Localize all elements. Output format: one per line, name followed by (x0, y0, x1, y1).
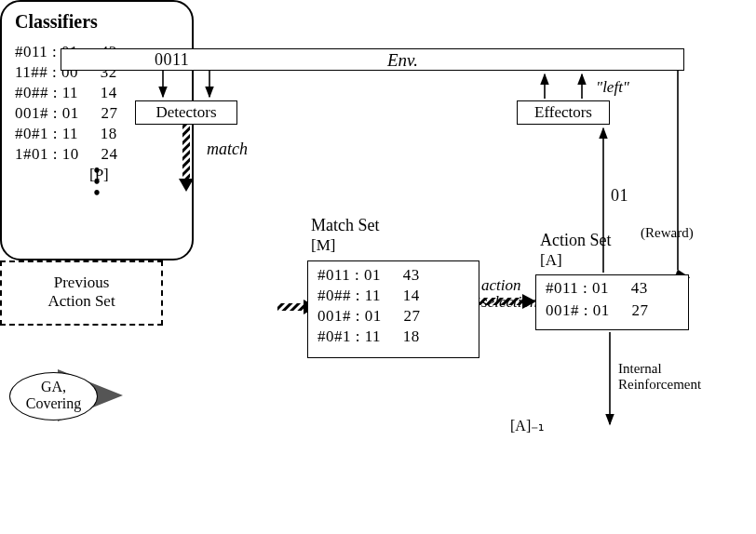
effectors-label: Effectors (534, 103, 592, 121)
detectors-box: Detectors (135, 100, 237, 125)
action-selection-label: action selection (481, 277, 537, 311)
a-label: [A] (540, 251, 562, 270)
match-set-title: Match Set (311, 216, 380, 235)
internal-reinforcement-label: Internal Reinforcement (618, 361, 701, 393)
p-label: [P] (89, 166, 109, 184)
ga-label: GA, Covering (26, 379, 82, 411)
match-set-row: #0#1 : 11 18 (308, 327, 479, 347)
action-set-row: 001# : 01 27 (536, 300, 688, 322)
action-set-panel: #011 : 01 43001# : 01 27 (535, 274, 689, 330)
ga-covering-oval: GA, Covering (9, 372, 98, 421)
detectors-label: Detectors (155, 103, 216, 121)
action-set-row: #011 : 01 43 (536, 277, 688, 300)
match-set-row: #0## : 11 14 (308, 286, 479, 306)
svg-rect-7 (277, 303, 304, 311)
a-minus1-label: [A]₋₁ (510, 417, 544, 434)
effectors-box: Effectors (517, 100, 610, 125)
match-set-panel: #011 : 01 43#0## : 11 14001# : 01 27#0#1… (307, 260, 479, 358)
match-set-row: #011 : 01 43 (308, 265, 479, 286)
svg-marker-6 (179, 179, 194, 192)
reward-label: (Reward) (641, 225, 694, 241)
svg-rect-5 (182, 125, 190, 179)
effectors-output: "left" (596, 78, 629, 97)
match-label: match (207, 140, 248, 159)
match-set-row: 001# : 01 27 (308, 306, 479, 327)
action-set-title: Action Set (540, 231, 612, 250)
m-label: [M] (311, 236, 335, 255)
action-code: 01 (611, 186, 628, 206)
